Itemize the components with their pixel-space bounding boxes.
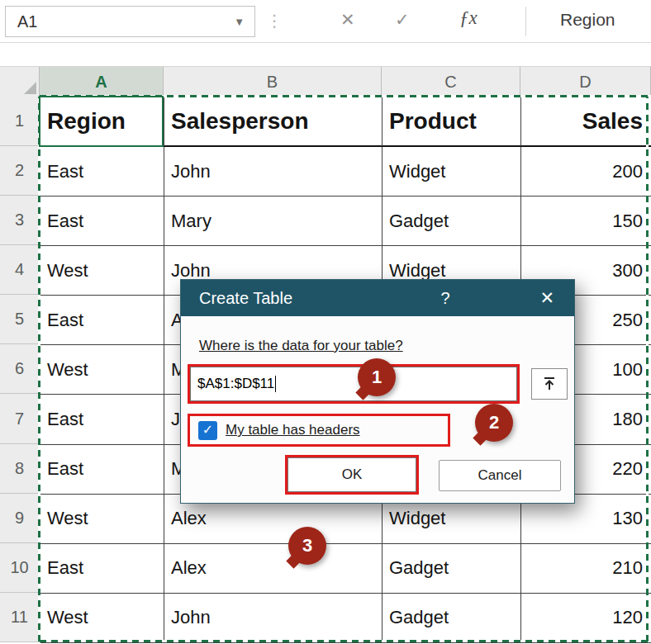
cell-A6[interactable]: West <box>40 345 164 395</box>
cell-A11[interactable]: West <box>40 594 164 643</box>
cell-B3[interactable]: Mary <box>164 197 383 246</box>
cell-B2[interactable]: John <box>164 147 383 197</box>
cell-A8[interactable]: East <box>40 445 164 495</box>
ok-button[interactable]: OK <box>287 457 416 492</box>
text-cursor <box>275 376 276 392</box>
formula-bar-separator <box>525 7 526 36</box>
collapse-dialog-button[interactable] <box>531 368 568 400</box>
annotation-box-checkbox: ✓ My table has headers <box>188 414 450 447</box>
column-header-A[interactable]: A <box>40 67 164 97</box>
cell-B10[interactable]: Alex <box>164 544 383 594</box>
cell-D1[interactable]: Sales <box>521 97 651 147</box>
select-all-triangle-icon <box>24 82 36 94</box>
row-header-3[interactable]: 3 <box>0 196 40 245</box>
annotation-box-ok: OK <box>285 455 419 495</box>
annotation-step-1: 1 <box>358 358 396 396</box>
row-header-6[interactable]: 6 <box>0 344 40 394</box>
help-icon[interactable]: ? <box>433 280 458 316</box>
formula-bar-handle-icon[interactable]: ⋮ <box>266 11 283 31</box>
excel-window: A1 ▼ ⋮ ✕ ✓ ƒx Region A B C D 12345678910… <box>0 0 651 644</box>
cell-D11[interactable]: 120 <box>521 594 651 643</box>
row-header-10[interactable]: 10 <box>0 543 40 593</box>
close-icon[interactable]: ✕ <box>539 280 554 316</box>
dialog-prompt: Where is the data for your table? <box>199 338 403 354</box>
confirm-entry-icon[interactable]: ✓ <box>395 10 410 30</box>
cell-A2[interactable]: East <box>40 147 164 197</box>
name-box-dropdown-icon[interactable]: ▼ <box>234 16 245 28</box>
cell-D2[interactable]: 200 <box>521 147 651 197</box>
row-header-5[interactable]: 5 <box>0 295 40 344</box>
column-header-D[interactable]: D <box>520 67 651 97</box>
cell-B1[interactable]: Salesperson <box>164 97 383 147</box>
headers-checkbox-label: My table has headers <box>226 422 360 438</box>
row-header-4[interactable]: 4 <box>0 245 40 295</box>
row-header-7[interactable]: 7 <box>0 394 40 443</box>
dialog-titlebar[interactable]: Create Table ? ✕ <box>181 280 574 316</box>
name-box-value: A1 <box>17 12 234 31</box>
headers-checkbox[interactable]: ✓ <box>198 421 217 440</box>
cell-A10[interactable]: East <box>40 544 164 594</box>
cell-A1[interactable]: Region <box>40 97 164 147</box>
cell-A9[interactable]: West <box>40 495 164 544</box>
cancel-entry-icon[interactable]: ✕ <box>340 10 355 30</box>
row-headers: 1234567891011 <box>0 97 40 642</box>
formula-bar-value[interactable]: Region <box>560 10 615 30</box>
cell-C11[interactable]: Gadget <box>383 594 521 643</box>
row-header-1[interactable]: 1 <box>0 97 40 146</box>
cell-C10[interactable]: Gadget <box>383 544 521 594</box>
row-header-9[interactable]: 9 <box>0 494 40 543</box>
cell-D3[interactable]: 150 <box>521 197 651 246</box>
cell-A7[interactable]: East <box>40 395 164 444</box>
dialog-title: Create Table <box>199 280 292 316</box>
cell-A3[interactable]: East <box>40 197 164 246</box>
cell-C3[interactable]: Gadget <box>383 197 521 246</box>
select-all-corner[interactable] <box>0 67 40 97</box>
range-input[interactable]: $A$1:$D$11 <box>190 367 517 401</box>
annotation-box-range: $A$1:$D$11 <box>188 364 520 404</box>
insert-function-icon[interactable]: ƒx <box>459 7 478 29</box>
cell-C2[interactable]: Widget <box>383 147 521 197</box>
row-header-11[interactable]: 11 <box>0 593 40 642</box>
row-header-2[interactable]: 2 <box>0 146 40 196</box>
column-header-C[interactable]: C <box>382 67 520 97</box>
range-input-value: $A$1:$D$11 <box>197 376 274 392</box>
cell-C1[interactable]: Product <box>383 97 521 147</box>
formula-bar: A1 ▼ ⋮ ✕ ✓ ƒx Region <box>0 0 651 43</box>
annotation-step-2: 2 <box>475 404 513 442</box>
cell-A5[interactable]: East <box>40 296 164 345</box>
annotation-step-3: 3 <box>288 527 326 565</box>
cell-D10[interactable]: 210 <box>521 544 651 594</box>
column-headers: A B C D <box>0 66 651 97</box>
checkmark-icon: ✓ <box>202 424 213 437</box>
cancel-button[interactable]: Cancel <box>439 460 561 491</box>
collapse-range-icon <box>542 376 557 391</box>
name-box[interactable]: A1 ▼ <box>5 6 255 37</box>
cell-A4[interactable]: West <box>40 246 164 296</box>
row-header-8[interactable]: 8 <box>0 444 40 494</box>
column-header-B[interactable]: B <box>164 67 382 97</box>
cell-B11[interactable]: John <box>164 594 383 643</box>
